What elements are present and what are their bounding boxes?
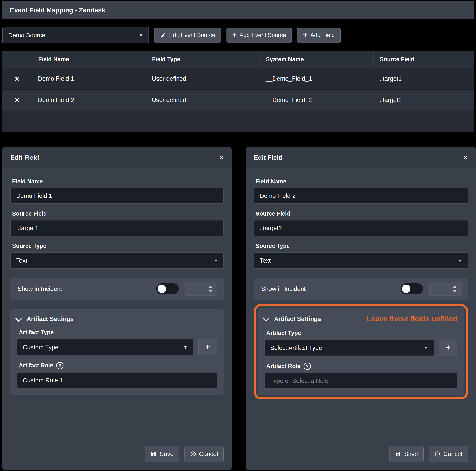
source-type-value: Text: [260, 257, 271, 264]
add-artifact-type-button[interactable]: +: [198, 339, 217, 355]
cancel-icon: [434, 451, 441, 457]
delete-field-button[interactable]: ×: [12, 74, 23, 83]
save-button[interactable]: Save: [145, 446, 179, 462]
artifact-settings-section: Artifact Settings Artifact Type Custom T…: [10, 309, 224, 395]
incident-order-stepper[interactable]: [429, 282, 461, 296]
source-type-label: Source Type: [12, 243, 224, 249]
artifact-role-input[interactable]: [17, 372, 217, 388]
source-type-label: Source Type: [255, 243, 468, 249]
show-in-incident-toggle[interactable]: [156, 283, 179, 294]
source-field-input[interactable]: [10, 220, 224, 236]
artifact-settings-section: Artifact Settings Leave these fields unf…: [258, 308, 464, 395]
dialog-header: Edit Field ×: [2, 147, 232, 169]
artifact-role-label: Artifact Role ?: [266, 363, 458, 370]
dialogs-row: Edit Field × Field Name Source Field Sou…: [2, 147, 476, 471]
save-label: Save: [404, 451, 418, 457]
help-icon[interactable]: ?: [304, 363, 311, 370]
cancel-button[interactable]: Cancel: [184, 446, 224, 462]
cancel-label: Cancel: [199, 451, 218, 457]
incident-order-stepper[interactable]: [185, 282, 217, 296]
add-field-label: Add Field: [310, 32, 335, 38]
edit-event-source-button[interactable]: Edit Event Source: [154, 28, 221, 42]
save-label: Save: [160, 451, 173, 457]
close-icon[interactable]: ×: [219, 153, 224, 162]
field-name-input[interactable]: [10, 188, 224, 204]
dialog-title: Edit Field: [254, 154, 283, 161]
table-cell-field-type: User defined: [146, 75, 260, 82]
field-name-label: Field Name: [255, 178, 468, 185]
stepper-arrows: [208, 285, 212, 292]
add-event-source-label: Add Event Source: [239, 32, 286, 38]
chevron-down-icon: ▼: [458, 259, 462, 263]
artifact-type-select[interactable]: Custom Type ▼: [17, 339, 193, 355]
stepper-up-icon[interactable]: [208, 285, 212, 288]
stepper-down-icon[interactable]: [208, 290, 212, 292]
table-row: × Demo Field 2 User defined __Demo_Field…: [2, 89, 474, 111]
chevron-down-icon: ▼: [139, 33, 143, 37]
app: Event Field Mapping - Zendesk Demo Sourc…: [0, 1, 476, 471]
field-name-input[interactable]: [254, 188, 468, 204]
stepper-arrows: [453, 285, 457, 292]
cancel-button[interactable]: Cancel: [429, 446, 468, 462]
artifact-type-value: Select Artifact Type: [270, 344, 322, 351]
source-type-select[interactable]: Text ▼: [254, 252, 468, 269]
edit-event-source-label: Edit Event Source: [169, 32, 215, 38]
save-icon: [151, 451, 157, 457]
dialog-footer: Save Cancel: [254, 438, 468, 462]
source-field-input[interactable]: [254, 220, 468, 236]
artifact-settings-title: Artifact Settings: [27, 315, 73, 322]
artifact-type-value: Custom Type: [23, 344, 58, 350]
stepper-up-icon[interactable]: [453, 285, 457, 288]
event-source-select[interactable]: Demo Source ▼: [2, 27, 149, 43]
artifact-settings-header[interactable]: Artifact Settings: [17, 315, 217, 322]
source-field-label: Source Field: [255, 210, 468, 217]
source-type-select[interactable]: Text ▼: [10, 252, 224, 269]
save-icon: [395, 451, 401, 457]
show-in-incident-label: Show in Incident: [17, 285, 150, 292]
dialog-title: Edit Field: [10, 154, 39, 161]
table-cell-field-name: Demo Field 2: [32, 97, 146, 104]
plus-icon: +: [303, 31, 307, 38]
artifact-type-label: Artifact Type: [266, 330, 458, 336]
chevron-down-icon: ▼: [184, 345, 188, 349]
add-artifact-type-button[interactable]: +: [439, 340, 458, 356]
close-icon[interactable]: ×: [463, 153, 468, 162]
show-in-incident-toggle[interactable]: [401, 283, 423, 294]
dialog-body: Field Name Source Field Source Type Text…: [246, 169, 476, 471]
delete-field-button[interactable]: ×: [12, 96, 23, 104]
plus-icon: +: [232, 31, 237, 38]
table-header-system-name: System Name: [260, 51, 374, 68]
dialog-body: Field Name Source Field Source Type Text…: [2, 169, 232, 471]
source-field-label: Source Field: [12, 210, 224, 217]
stepper-down-icon[interactable]: [453, 290, 457, 292]
cancel-icon: [190, 451, 196, 457]
show-in-incident-row: Show in Incident: [254, 278, 468, 300]
show-in-incident-label: Show in Incident: [261, 285, 395, 292]
add-field-button[interactable]: + Add Field: [297, 28, 340, 42]
artifact-settings-header[interactable]: Artifact Settings Leave these fields unf…: [264, 314, 458, 323]
table-cell-source-field: ..target2: [374, 97, 474, 104]
artifact-role-label: Artifact Role ?: [19, 362, 217, 369]
chevron-down-icon: ▼: [424, 346, 428, 350]
add-event-source-button[interactable]: + Add Event Source: [226, 28, 292, 42]
chevron-down-icon: ▼: [214, 259, 218, 263]
pencil-icon: [160, 32, 166, 38]
help-icon[interactable]: ?: [56, 362, 63, 369]
annotation-text: Leave these fields unfilled: [367, 314, 458, 323]
chevron-down-icon: [15, 315, 22, 322]
table-cell-source-field: ..target1: [374, 75, 474, 82]
artifact-role-input[interactable]: [264, 373, 458, 389]
artifact-type-row: Select Artifact Type ▼ +: [264, 340, 458, 356]
artifact-type-select[interactable]: Select Artifact Type ▼: [264, 340, 434, 356]
table-cell-delete: ×: [2, 74, 32, 83]
save-button[interactable]: Save: [389, 446, 424, 462]
table-cell-system-name: __Demo_Field_2: [260, 97, 374, 104]
toggle-knob: [402, 284, 410, 293]
edit-field-dialog-left: Edit Field × Field Name Source Field Sou…: [2, 147, 232, 471]
page-title: Event Field Mapping - Zendesk: [10, 7, 105, 14]
table-header-field-name: Field Name: [32, 51, 146, 68]
table-header-field-type: Field Type: [146, 51, 260, 68]
artifact-role-label-text: Artifact Role: [19, 362, 53, 369]
plus-icon: +: [445, 343, 450, 353]
table-row: × Demo Field 1 User defined __Demo_Field…: [2, 68, 474, 89]
